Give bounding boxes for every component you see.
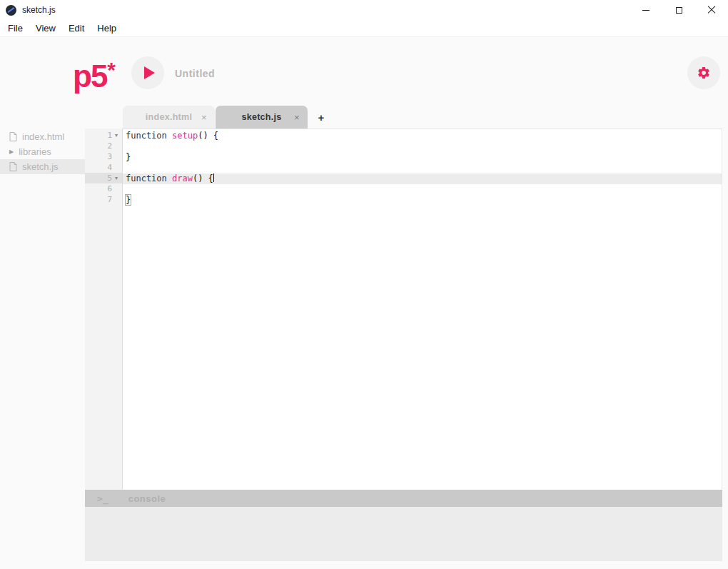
maximize-button[interactable] — [662, 0, 695, 20]
line-number: 7 — [107, 195, 112, 204]
tab-index-html[interactable]: index.html× — [123, 106, 215, 129]
new-tab-button[interactable]: + — [308, 106, 334, 129]
gutter-line-2: 2 — [85, 141, 122, 151]
close-icon — [707, 6, 716, 14]
gutter-line-1: 1▾ — [85, 130, 122, 141]
sidebar-item-index-html[interactable]: index.html — [0, 129, 85, 144]
console-output — [85, 507, 722, 561]
code-line-4[interactable] — [123, 163, 722, 173]
menu-bar: FileViewEditHelp — [0, 20, 728, 37]
triangle-right-icon: ▶ — [9, 148, 14, 155]
close-button[interactable] — [695, 0, 728, 20]
gutter-line-3: 3 — [85, 151, 122, 162]
fold-arrow-icon[interactable]: ▾ — [112, 173, 121, 183]
sidebar-item-sketch-js[interactable]: sketch.js — [0, 159, 85, 174]
tab-close-icon[interactable]: × — [201, 112, 207, 123]
tab-sketch-js[interactable]: sketch.js× — [216, 106, 308, 129]
code-token: } — [126, 152, 131, 162]
window-controls — [630, 0, 728, 20]
settings-button[interactable] — [687, 56, 720, 89]
code-token: () { — [193, 173, 213, 183]
app-icon — [6, 5, 16, 16]
gutter-line-4: 4 — [85, 162, 122, 173]
file-icon — [9, 162, 17, 171]
console-label: console — [128, 493, 166, 504]
tab-bar: index.html×sketch.js×+ — [123, 106, 334, 129]
code-token: function — [126, 173, 172, 183]
sidebar-item-libraries[interactable]: ▶libraries — [0, 144, 85, 159]
file-label: sketch.js — [22, 161, 59, 172]
line-number: 2 — [107, 141, 112, 151]
code-area[interactable]: function setup() {}function draw() {} — [123, 129, 722, 490]
p5-logo: p5* — [73, 54, 116, 92]
code-token: } — [126, 195, 131, 205]
file-list: index.html▶librariessketch.js — [0, 129, 85, 174]
console-bar[interactable]: >_ console — [85, 490, 722, 507]
p5-logo-star: * — [107, 58, 116, 81]
play-button[interactable] — [131, 56, 164, 89]
code-line-5[interactable]: function draw() { — [123, 173, 722, 184]
code-token: function — [126, 131, 172, 141]
maximize-icon — [676, 7, 682, 14]
code-line-2[interactable] — [123, 141, 722, 152]
window-title: sketch.js — [22, 5, 56, 15]
code-token: setup — [172, 131, 198, 141]
menu-item-help[interactable]: Help — [91, 23, 123, 34]
code-line-1[interactable]: function setup() { — [123, 131, 722, 141]
fold-arrow-icon[interactable]: ▾ — [112, 130, 121, 141]
gutter-line-6: 6 — [85, 183, 122, 194]
file-icon — [9, 132, 17, 141]
code-line-3[interactable]: } — [123, 152, 722, 163]
code-line-7[interactable]: } — [123, 195, 722, 206]
gutter-line-7: 7 — [85, 194, 122, 205]
menu-item-file[interactable]: File — [1, 23, 29, 34]
sketch-name[interactable]: Untitled — [175, 68, 215, 79]
tab-label: index.html — [146, 112, 193, 122]
code-token: draw — [172, 173, 193, 183]
menu-item-edit[interactable]: Edit — [62, 23, 91, 34]
title-bar: sketch.js — [0, 0, 728, 20]
line-number: 5 — [107, 173, 112, 183]
code-token: () { — [198, 131, 218, 141]
play-icon — [144, 66, 155, 79]
line-number: 1 — [107, 131, 112, 140]
line-number: 3 — [107, 152, 112, 161]
minimize-button[interactable] — [630, 0, 662, 20]
tab-label: sketch.js — [241, 112, 281, 122]
line-number: 6 — [107, 184, 112, 193]
minimize-icon — [642, 10, 649, 11]
gutter-line-5: 5▾ — [85, 173, 122, 183]
line-number: 4 — [107, 163, 112, 172]
p5-logo-text: p5 — [73, 59, 106, 94]
file-label: index.html — [22, 131, 64, 142]
code-line-6[interactable] — [123, 184, 722, 195]
console-prompt-icon: >_ — [97, 493, 108, 504]
file-label: libraries — [19, 146, 51, 157]
menu-item-view[interactable]: View — [29, 23, 62, 34]
text-cursor — [213, 173, 214, 182]
gear-icon — [697, 66, 711, 80]
gutter: 1▾2345▾67 — [85, 129, 123, 490]
tab-close-icon[interactable]: × — [294, 112, 300, 123]
